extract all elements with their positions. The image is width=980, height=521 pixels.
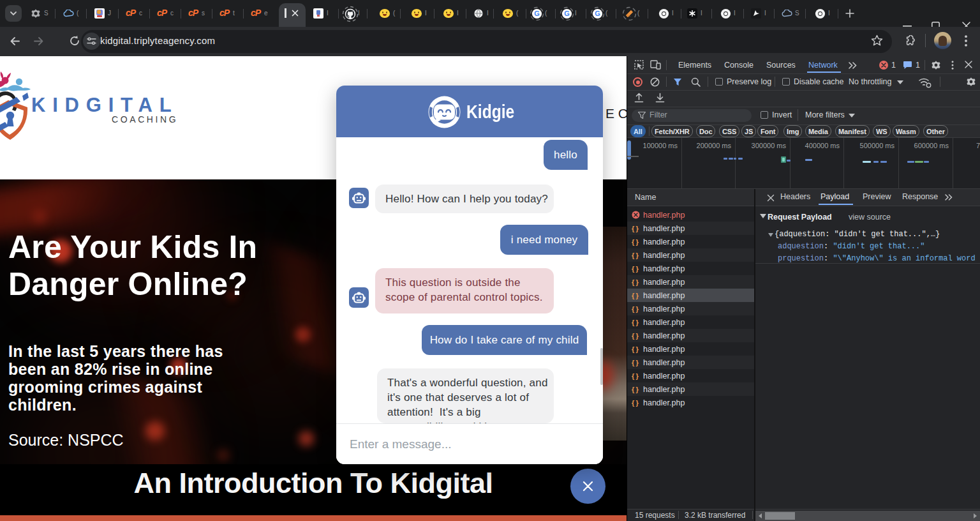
svg-text:G: G xyxy=(534,10,540,17)
svg-text:G: G xyxy=(595,10,600,17)
svg-text:G: G xyxy=(564,10,570,17)
